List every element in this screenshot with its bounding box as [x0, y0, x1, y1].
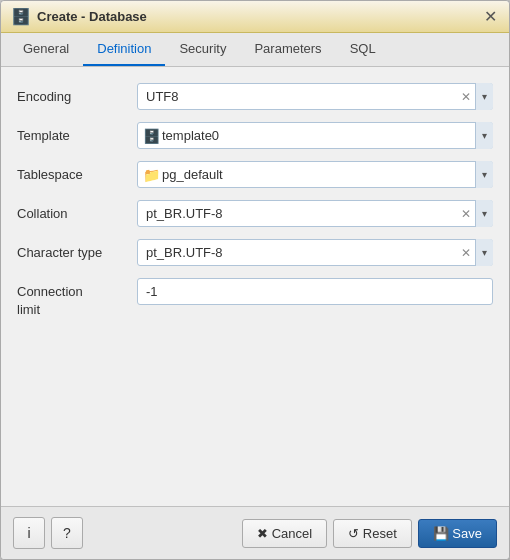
reset-button[interactable]: ↺ Reset [333, 519, 412, 548]
character-type-select[interactable]: pt_BR.UTF-8 [137, 239, 493, 266]
connection-limit-row: Connectionlimit [17, 278, 493, 319]
encoding-clear-button[interactable]: ✕ [457, 91, 475, 103]
connection-limit-control [137, 278, 493, 305]
collation-clear-button[interactable]: ✕ [457, 208, 475, 220]
tab-sql[interactable]: SQL [336, 33, 390, 66]
template-dropdown-button[interactable]: ▾ [475, 122, 493, 149]
collation-select[interactable]: pt_BR.UTF-8 [137, 200, 493, 227]
tab-definition[interactable]: Definition [83, 33, 165, 66]
tablespace-select-icons: ▾ [475, 161, 493, 188]
help-button[interactable]: ? [51, 517, 83, 549]
title-bar-left: 🗄️ Create - Database [11, 7, 147, 26]
encoding-select-icons: ✕ ▾ [457, 83, 493, 110]
template-row: Template template0 🗄️ ▾ [17, 122, 493, 149]
footer-right-buttons: ✖ Cancel ↺ Reset 💾 Save [242, 519, 497, 548]
character-type-select-icons: ✕ ▾ [457, 239, 493, 266]
template-select[interactable]: template0 [137, 122, 493, 149]
tablespace-label: Tablespace [17, 167, 137, 182]
encoding-dropdown-button[interactable]: ▾ [475, 83, 493, 110]
encoding-control: UTF8 ✕ ▾ [137, 83, 493, 110]
template-select-wrap: template0 🗄️ ▾ [137, 122, 493, 149]
character-type-label: Character type [17, 245, 137, 260]
connection-limit-input[interactable] [137, 278, 493, 305]
dialog-title: Create - Database [37, 9, 147, 24]
encoding-label: Encoding [17, 89, 137, 104]
tablespace-row: Tablespace pg_default 📁 ▾ [17, 161, 493, 188]
collation-control: pt_BR.UTF-8 ✕ ▾ [137, 200, 493, 227]
info-button[interactable]: i [13, 517, 45, 549]
template-control: template0 🗄️ ▾ [137, 122, 493, 149]
database-icon: 🗄️ [11, 7, 31, 26]
encoding-row: Encoding UTF8 ✕ ▾ [17, 83, 493, 110]
collation-select-wrap: pt_BR.UTF-8 ✕ ▾ [137, 200, 493, 227]
tab-parameters[interactable]: Parameters [240, 33, 335, 66]
tab-bar: General Definition Security Parameters S… [1, 33, 509, 67]
tab-security[interactable]: Security [165, 33, 240, 66]
tablespace-select[interactable]: pg_default [137, 161, 493, 188]
character-type-control: pt_BR.UTF-8 ✕ ▾ [137, 239, 493, 266]
footer: i ? ✖ Cancel ↺ Reset 💾 Save [1, 506, 509, 559]
template-label: Template [17, 128, 137, 143]
template-select-icons: ▾ [475, 122, 493, 149]
connection-limit-label: Connectionlimit [17, 278, 137, 319]
save-button[interactable]: 💾 Save [418, 519, 497, 548]
character-type-clear-button[interactable]: ✕ [457, 247, 475, 259]
tab-general[interactable]: General [9, 33, 83, 66]
form-content: Encoding UTF8 ✕ ▾ Template [1, 67, 509, 506]
close-button[interactable]: ✕ [482, 9, 499, 25]
tablespace-control: pg_default 📁 ▾ [137, 161, 493, 188]
collation-row: Collation pt_BR.UTF-8 ✕ ▾ [17, 200, 493, 227]
collation-dropdown-button[interactable]: ▾ [475, 200, 493, 227]
character-type-dropdown-button[interactable]: ▾ [475, 239, 493, 266]
collation-select-icons: ✕ ▾ [457, 200, 493, 227]
tablespace-dropdown-button[interactable]: ▾ [475, 161, 493, 188]
tablespace-select-wrap: pg_default 📁 ▾ [137, 161, 493, 188]
create-database-dialog: 🗄️ Create - Database ✕ General Definitio… [0, 0, 510, 560]
footer-left-buttons: i ? [13, 517, 83, 549]
encoding-select-wrap: UTF8 ✕ ▾ [137, 83, 493, 110]
character-type-select-wrap: pt_BR.UTF-8 ✕ ▾ [137, 239, 493, 266]
encoding-select[interactable]: UTF8 [137, 83, 493, 110]
collation-label: Collation [17, 206, 137, 221]
cancel-button[interactable]: ✖ Cancel [242, 519, 327, 548]
title-bar: 🗄️ Create - Database ✕ [1, 1, 509, 33]
character-type-row: Character type pt_BR.UTF-8 ✕ ▾ [17, 239, 493, 266]
